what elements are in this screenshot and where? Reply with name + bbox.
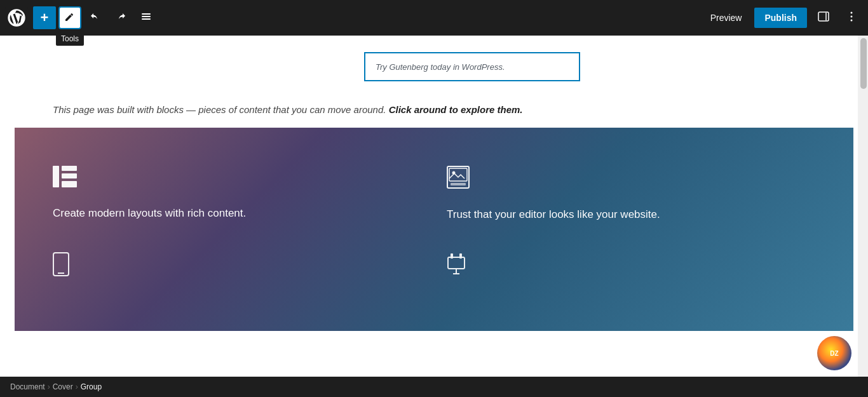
layout-blocks-icon xyxy=(53,166,421,192)
svg-rect-12 xyxy=(62,181,77,187)
toolbar: + Tools xyxy=(0,0,868,36)
cover-col-left: Create modern layouts with rich content. xyxy=(53,166,421,306)
mobile-icon xyxy=(53,252,421,281)
svg-rect-21 xyxy=(448,257,465,269)
info-text-bold: Click around to explore them. xyxy=(389,104,523,115)
feature2-text: Trust that your editor looks like your w… xyxy=(447,206,815,223)
svg-rect-3 xyxy=(142,18,151,20)
cover-block[interactable]: Create modern layouts with rich content. xyxy=(15,128,853,331)
svg-rect-1 xyxy=(142,13,151,15)
sidebar-icon xyxy=(817,10,830,26)
svg-point-6 xyxy=(851,11,853,13)
scrollbar-thumb[interactable] xyxy=(860,38,867,89)
dz-watermark: DZ xyxy=(817,336,858,377)
list-view-icon xyxy=(140,11,152,25)
svg-rect-10 xyxy=(62,166,77,171)
svg-rect-16 xyxy=(449,168,467,181)
undo-button[interactable] xyxy=(84,6,107,29)
redo-icon xyxy=(115,11,126,25)
svg-rect-9 xyxy=(53,166,59,187)
svg-rect-18 xyxy=(451,183,466,185)
preview-button[interactable]: Preview xyxy=(703,9,750,27)
svg-rect-13 xyxy=(53,253,69,276)
list-view-button[interactable] xyxy=(135,6,158,29)
info-text-regular: This page was built with blocks — pieces… xyxy=(53,104,386,115)
cover-col-right: Trust that your editor looks like your w… xyxy=(447,166,815,306)
more-options-button[interactable] xyxy=(840,6,863,29)
info-paragraph: This page was built with blocks — pieces… xyxy=(53,104,815,115)
wp-logo-button[interactable] xyxy=(5,6,28,29)
add-block-button[interactable]: + xyxy=(33,6,56,29)
svg-rect-2 xyxy=(142,16,151,17)
tools-button[interactable] xyxy=(58,6,81,29)
svg-point-7 xyxy=(851,15,853,17)
plugin-icon xyxy=(447,253,815,281)
publish-button[interactable]: Publish xyxy=(754,8,807,28)
breadcrumb-sep-1: › xyxy=(48,382,50,391)
toolbar-right: Preview Publish xyxy=(703,6,863,29)
plus-icon: + xyxy=(41,10,49,26)
scrollbar-track[interactable] xyxy=(858,36,868,377)
dz-logo: DZ xyxy=(817,336,851,370)
image-frame-icon xyxy=(447,166,815,194)
breadcrumb-cover[interactable]: Cover xyxy=(53,382,73,391)
svg-rect-11 xyxy=(62,173,77,178)
editor-canvas: Try Gutenberg today in WordPress. This p… xyxy=(0,36,868,377)
block-text: Try Gutenberg today in WordPress. xyxy=(376,62,505,72)
svg-point-17 xyxy=(452,172,456,175)
pencil-icon xyxy=(64,11,76,25)
svg-point-8 xyxy=(851,19,853,21)
breadcrumb-group[interactable]: Group xyxy=(81,382,102,391)
sidebar-toggle-button[interactable] xyxy=(812,6,835,29)
more-options-icon xyxy=(850,11,853,25)
breadcrumb-sep-2: › xyxy=(76,382,78,391)
svg-rect-4 xyxy=(818,12,829,21)
info-section: This page was built with blocks — pieces… xyxy=(15,85,853,128)
editor-area: Try Gutenberg today in WordPress. This p… xyxy=(15,46,853,331)
redo-button[interactable] xyxy=(109,6,132,29)
feature1-text: Create modern layouts with rich content. xyxy=(53,205,421,222)
breadcrumb: Document › Cover › Group xyxy=(0,377,868,397)
selected-block[interactable]: Try Gutenberg today in WordPress. xyxy=(364,52,580,81)
undo-icon xyxy=(90,11,101,25)
breadcrumb-document[interactable]: Document xyxy=(10,382,45,391)
